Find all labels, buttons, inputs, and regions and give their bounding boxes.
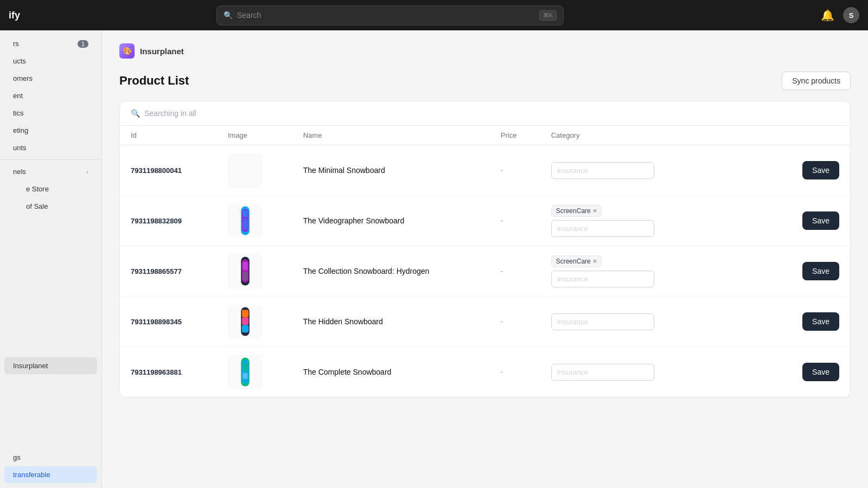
product-image-cell (217, 246, 292, 297)
product-image (228, 203, 263, 238)
product-category-cell[interactable]: ScreenCare × (540, 246, 772, 297)
sidebar-item-marketing[interactable]: eting (4, 122, 97, 139)
sidebar-item-orders-label: rs (13, 40, 19, 48)
product-image (228, 355, 263, 389)
product-name-cell: The Minimal Snowboard (292, 145, 490, 196)
table-search-input[interactable] (144, 109, 839, 118)
product-image-cell (217, 196, 292, 246)
svg-rect-3 (242, 219, 247, 229)
product-category-cell[interactable] (540, 297, 772, 347)
col-header-actions (772, 126, 850, 145)
product-category-cell[interactable] (540, 347, 772, 397)
product-price-cell: - (490, 297, 540, 347)
table-row: 7931198832809 The Videographer Snowboard… (120, 196, 850, 246)
category-input[interactable] (551, 162, 654, 179)
sidebar-item-customers[interactable]: omers (4, 70, 97, 87)
topnav-right: 🔔 S (819, 7, 859, 24)
product-price-cell: - (490, 347, 540, 397)
page-header: Product List Sync products (119, 72, 851, 90)
products-tbody: 7931198800041The Minimal Snowboard- Save… (120, 145, 850, 397)
search-shortcut: ⌘K (539, 10, 557, 21)
sidebar-item-content[interactable]: ent (4, 87, 97, 104)
sidebar-section-main: rs 1 ucts omers ent tics eting unts (0, 30, 101, 220)
product-image (228, 254, 263, 288)
sidebar-item-discounts[interactable]: unts (4, 139, 97, 156)
product-id: 7931198898345 (120, 297, 217, 347)
sidebar-item-products[interactable]: ucts (4, 53, 97, 69)
sidebar-item-customers-label: omers (13, 74, 33, 82)
sidebar-item-marketing-label: eting (13, 126, 28, 134)
product-id: 7931198865577 (120, 246, 217, 297)
sidebar-item-online-store-label: e Store (26, 185, 49, 193)
sync-products-button[interactable]: Sync products (782, 72, 851, 90)
sidebar-item-channels-label: nels (13, 168, 26, 176)
svg-rect-7 (242, 272, 247, 281)
product-category-cell[interactable]: ScreenCare × (540, 196, 772, 246)
sidebar-item-analytics[interactable]: tics (4, 105, 97, 121)
col-header-image: Image (217, 126, 292, 145)
product-category-cell[interactable] (540, 145, 772, 196)
sidebar-section-store: Insurplanet (0, 352, 101, 379)
category-input[interactable] (551, 364, 654, 381)
tag-remove-icon[interactable]: × (593, 258, 597, 265)
tag-remove-icon[interactable]: × (593, 207, 597, 214)
svg-rect-2 (242, 210, 247, 217)
store-header: 🎨 Insurplanet (119, 43, 851, 59)
sidebar-item-store[interactable]: Insurplanet (4, 357, 97, 374)
search-input[interactable] (237, 11, 535, 20)
product-actions-cell: Save (772, 347, 850, 397)
product-image-cell (217, 145, 292, 196)
sidebar-item-discounts-label: unts (13, 144, 27, 152)
sidebar-item-point-of-sale[interactable]: of Sale (17, 198, 97, 215)
save-button[interactable]: Save (802, 161, 839, 179)
save-button[interactable]: Save (802, 312, 839, 331)
sidebar-item-online-store[interactable]: e Store (17, 181, 97, 197)
product-price-cell: - (490, 145, 540, 196)
top-nav: ify 🔍 ⌘K 🔔 S (0, 0, 868, 30)
table-search-bar[interactable]: 🔍 (120, 101, 850, 126)
product-actions-cell: Save (772, 145, 850, 196)
svg-rect-14 (242, 363, 247, 371)
category-input[interactable] (551, 271, 654, 287)
save-button[interactable]: Save (802, 262, 839, 280)
sidebar-item-settings[interactable]: gs (4, 449, 97, 466)
product-actions-cell: Save (772, 246, 850, 297)
main-content: 🎨 Insurplanet Product List Sync products… (102, 30, 868, 488)
product-price-cell: - (490, 246, 540, 297)
table-search-icon: 🔍 (131, 109, 140, 118)
product-price-cell: - (490, 196, 540, 246)
category-input[interactable] (551, 220, 654, 237)
category-input[interactable] (551, 313, 654, 330)
sidebar-item-content-label: ent (13, 92, 23, 100)
sidebar-item-transferable[interactable]: transferable (4, 466, 97, 483)
col-header-id: Id (120, 126, 217, 145)
notification-button[interactable]: 🔔 (819, 7, 837, 24)
products-table: Id Image Name Price Category 79311988000… (120, 126, 850, 397)
sidebar-item-products-label: ucts (13, 57, 26, 65)
store-icon: 🎨 (119, 43, 135, 59)
svg-rect-9 (242, 310, 248, 317)
product-name-cell: The Hidden Snowboard (292, 297, 490, 347)
store-name: Insurplanet (140, 47, 184, 56)
product-image (228, 153, 263, 188)
search-box[interactable]: 🔍 ⌘K (216, 5, 564, 25)
product-image-cell (217, 297, 292, 347)
sidebar-item-channels[interactable]: nels › (4, 163, 97, 180)
product-id: 7931198800041 (120, 145, 217, 196)
sidebar-item-transferable-label: transferable (13, 471, 50, 479)
avatar[interactable]: S (843, 7, 859, 23)
product-id: 7931198832809 (120, 196, 217, 246)
sidebar-section-bottom: gs transferable (0, 444, 101, 488)
layout: rs 1 ucts omers ent tics eting unts (0, 30, 868, 488)
sidebar: rs 1 ucts omers ent tics eting unts (0, 30, 102, 488)
category-tag: ScreenCare × (551, 205, 602, 217)
sidebar-item-analytics-label: tics (13, 109, 24, 117)
col-header-name: Name (292, 126, 490, 145)
table-row: 7931198898345 The Hidden Snowboard- Save (120, 297, 850, 347)
sidebar-item-orders[interactable]: rs 1 (4, 35, 97, 52)
save-button[interactable]: Save (802, 211, 839, 230)
product-image-cell (217, 347, 292, 397)
save-button[interactable]: Save (802, 363, 839, 381)
sidebar-divider-1 (0, 159, 101, 160)
svg-rect-11 (242, 325, 248, 332)
